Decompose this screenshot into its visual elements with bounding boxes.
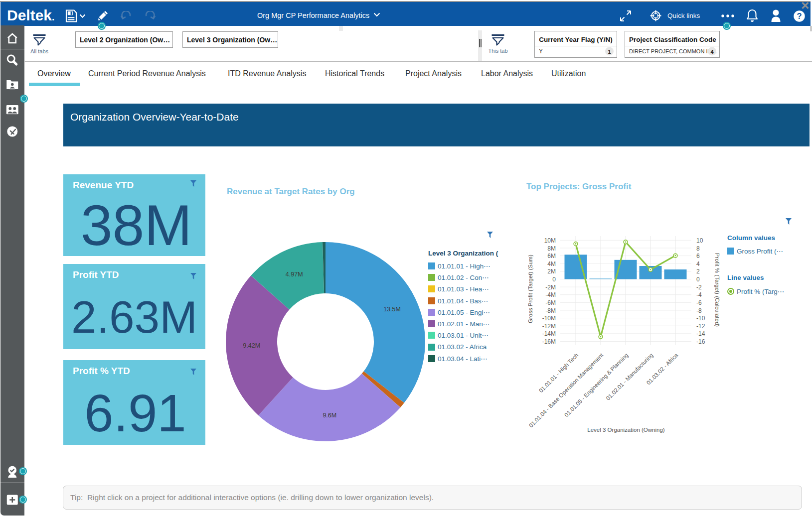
svg-text:9.42M: 9.42M	[243, 342, 260, 349]
svg-text:6M: 6M	[547, 253, 556, 259]
svg-text:?: ?	[797, 11, 802, 20]
svg-text:-6: -6	[696, 299, 702, 306]
svg-text:4.97M: 4.97M	[286, 271, 303, 278]
svg-text:Gross Profit (Target) (Sum): Gross Profit (Target) (Sum)	[527, 255, 533, 323]
svg-text:-8M: -8M	[545, 307, 556, 314]
svg-text:4M: 4M	[547, 260, 556, 267]
svg-text:-14M: -14M	[542, 330, 556, 337]
svg-text:0: 0	[552, 276, 556, 283]
svg-text:10: 10	[696, 237, 703, 244]
svg-text:-12M: -12M	[542, 323, 556, 330]
svg-text:-14: -14	[696, 330, 705, 337]
svg-text:-12: -12	[696, 323, 705, 330]
svg-text:-10M: -10M	[542, 315, 556, 322]
svg-text:-8: -8	[696, 307, 702, 314]
svg-text:2M: 2M	[547, 268, 556, 275]
svg-text:6: 6	[696, 253, 700, 259]
svg-text:-4: -4	[696, 291, 702, 298]
svg-text:-4M: -4M	[545, 291, 556, 298]
svg-text:-16: -16	[696, 338, 705, 345]
svg-text:9.6M: 9.6M	[323, 412, 336, 419]
svg-text:Profit % (Target) (Calculated): Profit % (Target) (Calculated)	[714, 253, 720, 327]
svg-text:Level 3 Organization (Owning): Level 3 Organization (Owning)	[587, 427, 664, 433]
svg-text:-10: -10	[696, 315, 705, 322]
svg-text:-2M: -2M	[545, 284, 556, 291]
svg-text:0: 0	[696, 276, 700, 283]
svg-text:8M: 8M	[547, 245, 556, 252]
svg-text:01.02.01 - Manufacturing: 01.02.01 - Manufacturing	[605, 352, 654, 401]
svg-text:8: 8	[696, 245, 700, 252]
svg-text:13.5M: 13.5M	[383, 306, 401, 313]
svg-text:-16M: -16M	[542, 338, 556, 345]
svg-text:-6M: -6M	[545, 299, 556, 306]
svg-text:10M: 10M	[544, 237, 556, 244]
svg-text:2: 2	[696, 268, 700, 275]
svg-text:4: 4	[696, 260, 700, 267]
svg-text:-2: -2	[696, 284, 702, 291]
